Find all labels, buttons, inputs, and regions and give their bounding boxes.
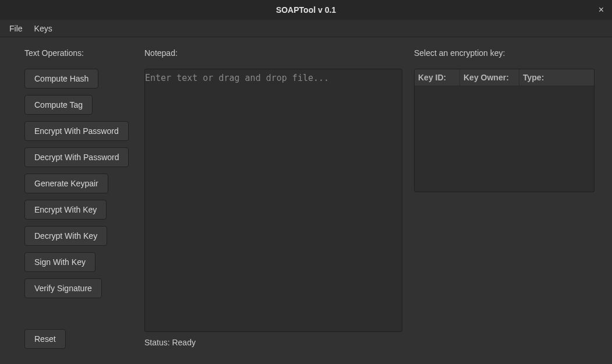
- key-table-body[interactable]: [415, 86, 594, 191]
- titlebar: SOAPTool v 0.1 ×: [0, 0, 612, 20]
- keys-heading: Select an encryption key:: [414, 48, 595, 59]
- menu-file[interactable]: File: [3, 22, 29, 36]
- content-area: Text Operations: Compute Hash Compute Ta…: [0, 37, 612, 364]
- key-table[interactable]: Key ID: Key Owner: Type:: [414, 69, 595, 192]
- generate-keypair-button[interactable]: Generate Keypair: [24, 174, 108, 193]
- operations-panel: Text Operations: Compute Hash Compute Ta…: [24, 48, 133, 358]
- encrypt-with-key-button[interactable]: Encrypt With Key: [24, 200, 107, 220]
- menu-keys[interactable]: Keys: [29, 22, 58, 36]
- status-bar: Status: Ready: [144, 338, 402, 347]
- status-label: Status:: [144, 338, 172, 347]
- notepad-heading: Notepad:: [144, 48, 402, 59]
- compute-hash-button[interactable]: Compute Hash: [24, 69, 98, 89]
- decrypt-with-password-button[interactable]: Decrypt With Password: [24, 147, 129, 167]
- key-table-header: Key ID: Key Owner: Type:: [415, 69, 594, 86]
- key-column-type[interactable]: Type:: [519, 69, 594, 86]
- window-title: SOAPTool v 0.1: [276, 5, 336, 15]
- status-value: Ready: [172, 338, 195, 347]
- close-icon[interactable]: ×: [596, 3, 606, 17]
- key-column-id[interactable]: Key ID:: [415, 69, 460, 86]
- encrypt-with-password-button[interactable]: Encrypt With Password: [24, 121, 129, 141]
- verify-signature-button[interactable]: Verify Signature: [24, 278, 102, 298]
- notepad-panel: Notepad: Status: Ready: [144, 48, 402, 358]
- sign-with-key-button[interactable]: Sign With Key: [24, 252, 95, 272]
- operations-button-list: Compute Hash Compute Tag Encrypt With Pa…: [24, 69, 133, 349]
- key-column-owner[interactable]: Key Owner:: [460, 69, 519, 86]
- reset-button[interactable]: Reset: [24, 329, 66, 349]
- compute-tag-button[interactable]: Compute Tag: [24, 95, 93, 115]
- decrypt-with-key-button[interactable]: Decrypt With Key: [24, 226, 107, 246]
- notepad-input[interactable]: [144, 69, 402, 332]
- menubar: File Keys: [0, 20, 612, 37]
- keys-panel: Select an encryption key: Key ID: Key Ow…: [414, 48, 595, 358]
- operations-heading: Text Operations:: [24, 48, 133, 59]
